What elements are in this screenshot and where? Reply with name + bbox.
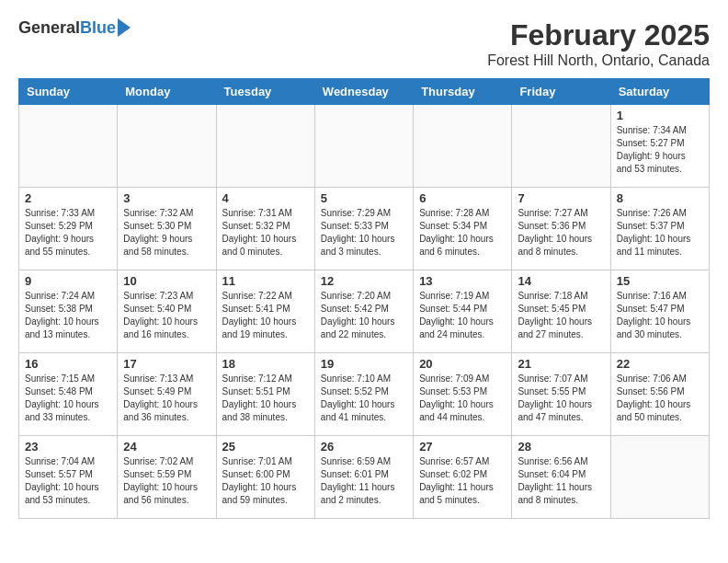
page-header: General Blue February 2025 Forest Hill N… <box>18 18 710 69</box>
day-info: Sunrise: 7:34 AM Sunset: 5:27 PM Dayligh… <box>617 124 703 176</box>
day-number: 8 <box>617 191 703 205</box>
day-number: 27 <box>419 440 506 454</box>
column-header-thursday: Thursday <box>414 79 512 105</box>
calendar-cell: 14Sunrise: 7:18 AM Sunset: 5:45 PM Dayli… <box>512 270 610 353</box>
day-info: Sunrise: 7:15 AM Sunset: 5:48 PM Dayligh… <box>25 373 111 424</box>
calendar-cell: 17Sunrise: 7:13 AM Sunset: 5:49 PM Dayli… <box>118 353 216 436</box>
calendar-cell: 19Sunrise: 7:10 AM Sunset: 5:52 PM Dayli… <box>314 353 413 436</box>
logo-blue-text: Blue <box>80 18 116 38</box>
month-year-title: February 2025 <box>487 18 710 52</box>
day-info: Sunrise: 7:07 AM Sunset: 5:55 PM Dayligh… <box>518 373 604 424</box>
column-header-tuesday: Tuesday <box>216 79 314 105</box>
column-header-saturday: Saturday <box>610 79 709 105</box>
calendar-cell <box>512 105 610 188</box>
calendar-cell: 26Sunrise: 6:59 AM Sunset: 6:01 PM Dayli… <box>314 436 413 519</box>
day-number: 3 <box>123 191 210 205</box>
column-header-sunday: Sunday <box>19 79 118 105</box>
day-info: Sunrise: 7:16 AM Sunset: 5:47 PM Dayligh… <box>617 290 703 341</box>
day-number: 28 <box>518 440 604 454</box>
day-info: Sunrise: 7:33 AM Sunset: 5:29 PM Dayligh… <box>25 207 111 259</box>
logo-arrow-icon <box>118 18 131 37</box>
calendar-cell: 8Sunrise: 7:26 AM Sunset: 5:37 PM Daylig… <box>610 188 709 270</box>
day-number: 13 <box>419 274 506 288</box>
calendar-cell: 20Sunrise: 7:09 AM Sunset: 5:53 PM Dayli… <box>414 353 512 436</box>
day-info: Sunrise: 7:24 AM Sunset: 5:38 PM Dayligh… <box>25 290 111 341</box>
day-number: 14 <box>518 274 604 288</box>
day-number: 4 <box>222 191 309 205</box>
calendar-cell: 5Sunrise: 7:29 AM Sunset: 5:33 PM Daylig… <box>314 188 413 270</box>
day-info: Sunrise: 6:57 AM Sunset: 6:02 PM Dayligh… <box>419 455 506 507</box>
day-number: 12 <box>321 274 407 288</box>
calendar-cell <box>414 105 512 188</box>
calendar-cell: 15Sunrise: 7:16 AM Sunset: 5:47 PM Dayli… <box>610 270 709 353</box>
day-number: 17 <box>123 357 210 371</box>
day-info: Sunrise: 6:56 AM Sunset: 6:04 PM Dayligh… <box>518 455 604 507</box>
day-info: Sunrise: 7:23 AM Sunset: 5:40 PM Dayligh… <box>123 290 210 341</box>
calendar-cell: 12Sunrise: 7:20 AM Sunset: 5:42 PM Dayli… <box>314 270 413 353</box>
column-header-monday: Monday <box>118 79 216 105</box>
calendar-week-row: 23Sunrise: 7:04 AM Sunset: 5:57 PM Dayli… <box>19 436 710 519</box>
day-number: 10 <box>123 274 210 288</box>
calendar-cell: 28Sunrise: 6:56 AM Sunset: 6:04 PM Dayli… <box>512 436 610 519</box>
day-number: 22 <box>617 357 703 371</box>
logo-general-text: General <box>18 18 80 38</box>
day-info: Sunrise: 7:01 AM Sunset: 6:00 PM Dayligh… <box>222 455 309 507</box>
day-info: Sunrise: 7:26 AM Sunset: 5:37 PM Dayligh… <box>617 207 703 259</box>
day-number: 9 <box>25 274 111 288</box>
day-number: 21 <box>518 357 604 371</box>
calendar-cell: 18Sunrise: 7:12 AM Sunset: 5:51 PM Dayli… <box>216 353 314 436</box>
day-info: Sunrise: 6:59 AM Sunset: 6:01 PM Dayligh… <box>321 455 407 507</box>
calendar-cell: 22Sunrise: 7:06 AM Sunset: 5:56 PM Dayli… <box>610 353 709 436</box>
column-header-wednesday: Wednesday <box>314 79 413 105</box>
calendar-cell <box>314 105 413 188</box>
calendar-cell <box>610 436 709 519</box>
day-info: Sunrise: 7:27 AM Sunset: 5:36 PM Dayligh… <box>518 207 604 259</box>
day-number: 7 <box>518 191 604 205</box>
day-number: 20 <box>419 357 506 371</box>
day-info: Sunrise: 7:02 AM Sunset: 5:59 PM Dayligh… <box>123 455 210 507</box>
calendar-cell: 2Sunrise: 7:33 AM Sunset: 5:29 PM Daylig… <box>19 188 118 270</box>
calendar-cell: 6Sunrise: 7:28 AM Sunset: 5:34 PM Daylig… <box>414 188 512 270</box>
day-info: Sunrise: 7:32 AM Sunset: 5:30 PM Dayligh… <box>123 207 210 259</box>
calendar-cell: 1Sunrise: 7:34 AM Sunset: 5:27 PM Daylig… <box>610 105 709 188</box>
location-subtitle: Forest Hill North, Ontario, Canada <box>487 52 710 69</box>
day-info: Sunrise: 7:29 AM Sunset: 5:33 PM Dayligh… <box>321 207 407 259</box>
day-number: 16 <box>25 357 111 371</box>
day-number: 18 <box>222 357 309 371</box>
calendar-cell: 4Sunrise: 7:31 AM Sunset: 5:32 PM Daylig… <box>216 188 314 270</box>
calendar-cell: 10Sunrise: 7:23 AM Sunset: 5:40 PM Dayli… <box>118 270 216 353</box>
day-info: Sunrise: 7:10 AM Sunset: 5:52 PM Dayligh… <box>321 373 407 424</box>
calendar-cell: 16Sunrise: 7:15 AM Sunset: 5:48 PM Dayli… <box>19 353 118 436</box>
logo: General Blue <box>18 18 131 38</box>
calendar-table: SundayMondayTuesdayWednesdayThursdayFrid… <box>18 78 710 519</box>
calendar-cell <box>19 105 118 188</box>
day-info: Sunrise: 7:09 AM Sunset: 5:53 PM Dayligh… <box>419 373 506 424</box>
day-info: Sunrise: 7:22 AM Sunset: 5:41 PM Dayligh… <box>222 290 309 341</box>
column-header-friday: Friday <box>512 79 610 105</box>
day-info: Sunrise: 7:28 AM Sunset: 5:34 PM Dayligh… <box>419 207 506 259</box>
calendar-cell: 21Sunrise: 7:07 AM Sunset: 5:55 PM Dayli… <box>512 353 610 436</box>
day-info: Sunrise: 7:04 AM Sunset: 5:57 PM Dayligh… <box>25 455 111 507</box>
day-info: Sunrise: 7:19 AM Sunset: 5:44 PM Dayligh… <box>419 290 506 341</box>
day-info: Sunrise: 7:20 AM Sunset: 5:42 PM Dayligh… <box>321 290 407 341</box>
day-number: 15 <box>617 274 703 288</box>
calendar-week-row: 16Sunrise: 7:15 AM Sunset: 5:48 PM Dayli… <box>19 353 710 436</box>
calendar-cell: 3Sunrise: 7:32 AM Sunset: 5:30 PM Daylig… <box>118 188 216 270</box>
calendar-cell: 25Sunrise: 7:01 AM Sunset: 6:00 PM Dayli… <box>216 436 314 519</box>
day-number: 26 <box>321 440 407 454</box>
day-info: Sunrise: 7:06 AM Sunset: 5:56 PM Dayligh… <box>617 373 703 424</box>
day-info: Sunrise: 7:18 AM Sunset: 5:45 PM Dayligh… <box>518 290 604 341</box>
day-number: 25 <box>222 440 309 454</box>
calendar-header-row: SundayMondayTuesdayWednesdayThursdayFrid… <box>19 79 710 105</box>
calendar-week-row: 2Sunrise: 7:33 AM Sunset: 5:29 PM Daylig… <box>19 188 710 270</box>
day-number: 5 <box>321 191 407 205</box>
calendar-cell: 23Sunrise: 7:04 AM Sunset: 5:57 PM Dayli… <box>19 436 118 519</box>
day-number: 19 <box>321 357 407 371</box>
calendar-cell <box>216 105 314 188</box>
calendar-week-row: 1Sunrise: 7:34 AM Sunset: 5:27 PM Daylig… <box>19 105 710 188</box>
calendar-cell: 9Sunrise: 7:24 AM Sunset: 5:38 PM Daylig… <box>19 270 118 353</box>
calendar-cell: 24Sunrise: 7:02 AM Sunset: 5:59 PM Dayli… <box>118 436 216 519</box>
calendar-cell: 11Sunrise: 7:22 AM Sunset: 5:41 PM Dayli… <box>216 270 314 353</box>
calendar-week-row: 9Sunrise: 7:24 AM Sunset: 5:38 PM Daylig… <box>19 270 710 353</box>
day-info: Sunrise: 7:13 AM Sunset: 5:49 PM Dayligh… <box>123 373 210 424</box>
